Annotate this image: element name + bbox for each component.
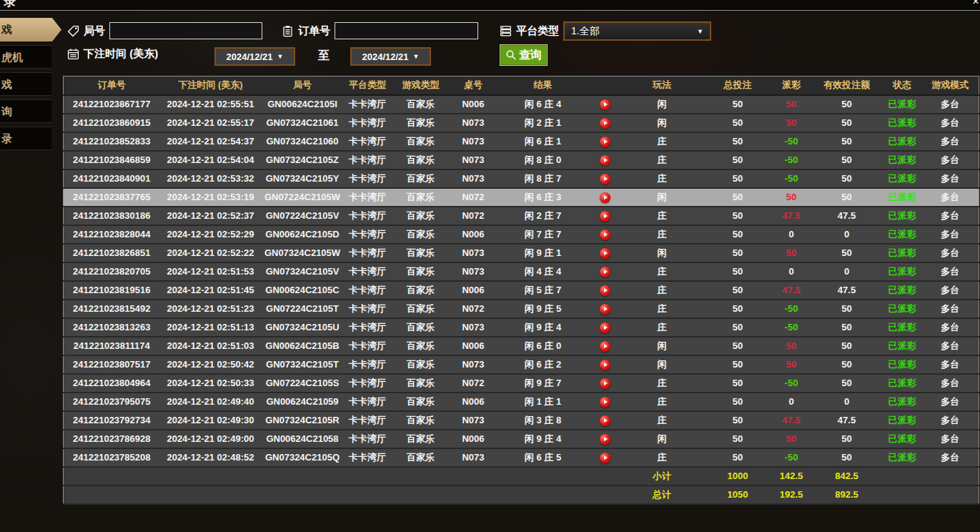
mode-cell: 多台 — [922, 374, 979, 393]
order-id-cell: 241221023811174 — [64, 337, 160, 355]
bet-time-cell: 2024-12-21 02:49:30 — [160, 411, 262, 430]
order-id-cell: 241221023804964 — [64, 374, 160, 393]
game-type-cell: 百家乐 — [392, 207, 450, 225]
play-icon[interactable] — [600, 285, 610, 296]
table-row[interactable]: 2412210237869282024-12-21 02:49:00GN0062… — [64, 430, 979, 448]
round-id-cell: GN07324C2105R — [262, 411, 344, 430]
play-icon[interactable] — [600, 174, 610, 184]
table-row[interactable]: 2412210238195162024-12-21 02:51:45GN0062… — [64, 281, 979, 300]
table-row[interactable]: 2412210238301862024-12-21 02:52:37GN0722… — [64, 207, 979, 225]
play-icon[interactable] — [600, 99, 610, 110]
play-icon[interactable] — [600, 267, 610, 277]
round-number-label: 局号 — [84, 24, 105, 38]
play-icon[interactable] — [600, 211, 610, 222]
play-icon[interactable] — [600, 434, 610, 445]
play-icon[interactable] — [600, 155, 610, 166]
total-bet-cell: 50 — [704, 448, 772, 467]
table-no-cell: N072 — [450, 374, 497, 393]
video-cell — [590, 374, 620, 393]
round-id-cell: GN07324C2105T — [262, 355, 344, 374]
table-row[interactable]: 2412210238132632024-12-21 02:51:13GN0732… — [64, 318, 979, 337]
table-row[interactable]: 2412210238609152024-12-21 02:55:17GN0732… — [64, 114, 979, 132]
order-id-cell: 241221023807517 — [64, 355, 160, 374]
mode-cell: 多台 — [922, 262, 979, 281]
play-icon[interactable] — [600, 137, 610, 147]
play-icon[interactable] — [600, 248, 610, 259]
platform-cell: 卡卡湾厅 — [344, 337, 392, 355]
date-from-picker[interactable]: 2024/12/21 ▼ — [214, 47, 295, 66]
server-list-icon — [500, 25, 512, 37]
table-row[interactable]: 2412210238280442024-12-21 02:52:29GN0062… — [64, 225, 979, 244]
table-row[interactable]: 2412210237852082024-12-21 02:48:52GN0732… — [64, 448, 979, 467]
game-type-cell: 百家乐 — [392, 355, 450, 374]
close-icon[interactable]: ✕ — [972, 0, 979, 6]
payout-cell: -50 — [772, 318, 811, 337]
play-icon[interactable] — [600, 118, 610, 129]
round-id-cell: GN07224C2105W — [262, 188, 344, 207]
sidebar-tab-games[interactable]: 戏 — [0, 72, 51, 96]
play-icon[interactable] — [600, 230, 610, 240]
round-number-input[interactable] — [109, 22, 262, 39]
table-row[interactable]: 2412210238268512024-12-21 02:52:22GN0732… — [64, 244, 979, 262]
play-icon[interactable] — [600, 378, 610, 389]
table-row[interactable]: 2412210238377652024-12-21 02:53:19GN0722… — [64, 188, 979, 207]
order-number-input[interactable] — [335, 22, 478, 39]
play-type-cell: 闲 — [620, 355, 704, 374]
order-id-cell: 241221023846859 — [64, 151, 160, 169]
video-cell — [590, 318, 620, 337]
play-type-cell: 庄 — [620, 374, 704, 393]
round-id-cell: GN07324C2105V — [262, 262, 344, 281]
sidebar-tab-live-games[interactable]: 戏 — [0, 18, 61, 41]
table-row[interactable]: 2412210238049642024-12-21 02:50:33GN0722… — [64, 374, 979, 393]
play-icon[interactable] — [600, 341, 610, 352]
status-cell: 已派彩 — [883, 448, 922, 467]
play-icon[interactable] — [600, 453, 610, 463]
table-row[interactable]: 2412210237927342024-12-21 02:49:30GN0732… — [64, 411, 979, 430]
play-icon[interactable] — [600, 360, 610, 370]
bet-time-cell: 2024-12-21 02:52:29 — [160, 225, 262, 244]
round-id-cell: GN00624C2105D — [262, 225, 344, 244]
result-cell: 闲 3 庄 8 — [497, 411, 590, 430]
platform-cell: 卡卡湾厅 — [344, 151, 392, 169]
play-icon[interactable] — [600, 322, 610, 333]
table-no-cell: N073 — [450, 169, 497, 188]
mode-cell: 多台 — [922, 411, 979, 430]
result-cell: 闲 4 庄 4 — [497, 262, 590, 281]
play-icon[interactable] — [600, 192, 610, 203]
total-bet-cell: 50 — [704, 114, 772, 132]
status-cell: 已派彩 — [883, 374, 922, 393]
sidebar-tab-records[interactable]: 录 — [0, 127, 51, 150]
play-icon[interactable] — [600, 415, 610, 426]
table-row[interactable]: 2412210238468592024-12-21 02:54:04GN0732… — [64, 151, 979, 169]
table-row[interactable]: 2412210238075172024-12-21 02:50:42GN0732… — [64, 355, 979, 374]
bet-time-cell: 2024-12-21 02:49:00 — [160, 430, 262, 448]
mode-cell: 多台 — [922, 169, 979, 188]
sidebar-tab-slots[interactable]: 虎机 — [0, 45, 51, 69]
platform-type-select[interactable]: 1.全部 ▼ — [563, 21, 711, 41]
table-row[interactable]: 2412210238207052024-12-21 02:51:53GN0732… — [64, 262, 979, 281]
status-cell: 已派彩 — [883, 300, 922, 318]
sidebar-tab-query[interactable]: 询 — [0, 99, 51, 123]
table-row[interactable]: 2412210238671772024-12-21 02:55:51GN0062… — [64, 95, 979, 114]
game-type-cell: 百家乐 — [392, 262, 450, 281]
table-no-cell: N006 — [450, 95, 497, 114]
table-no-cell: N072 — [450, 188, 497, 207]
search-button[interactable]: 查询 — [500, 44, 548, 66]
date-to-picker[interactable]: 2024/12/21 ▼ — [350, 47, 431, 66]
video-cell — [590, 262, 620, 281]
bet-time-cell: 2024-12-21 02:50:42 — [160, 355, 262, 374]
table-row[interactable]: 2412210238154922024-12-21 02:51:23GN0722… — [64, 300, 979, 318]
play-icon[interactable] — [600, 397, 610, 408]
play-type-cell: 闲 — [620, 188, 704, 207]
order-number-group: 订单号 — [282, 22, 478, 39]
play-icon[interactable] — [600, 304, 610, 315]
table-row[interactable]: 2412210238409012024-12-21 02:53:32GN0732… — [64, 169, 979, 188]
table-row[interactable]: 2412210238528332024-12-21 02:54:37GN0732… — [64, 132, 979, 151]
table-row[interactable]: 2412210238111742024-12-21 02:51:03GN0062… — [64, 337, 979, 355]
total-bet-cell: 50 — [704, 411, 772, 430]
table-row[interactable]: 2412210237950752024-12-21 02:49:40GN0062… — [64, 393, 979, 411]
platform-cell: 卡卡湾厅 — [344, 281, 392, 300]
order-id-cell: 241221023840901 — [64, 169, 160, 188]
total-bet-cell: 50 — [704, 430, 772, 448]
bet-time-cell: 2024-12-21 02:51:23 — [160, 300, 262, 318]
